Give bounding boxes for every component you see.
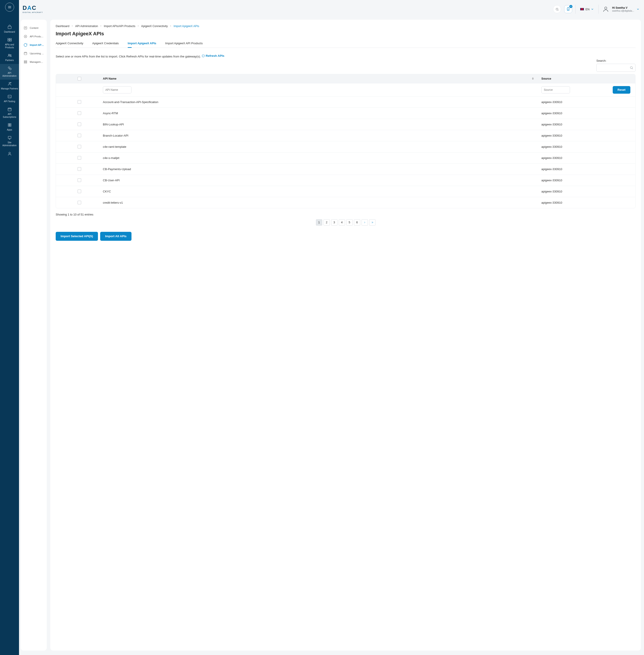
search-icon (630, 66, 633, 70)
nav-dashboard[interactable]: Dashboard (0, 23, 19, 36)
refresh-apis-link[interactable]: Refresh APIs (202, 54, 225, 57)
svg-rect-18 (8, 125, 9, 126)
user-menu[interactable]: Hi Swetha V swetha.v@digitala... (602, 5, 640, 13)
row-checkbox[interactable] (77, 122, 81, 126)
select-all-checkbox[interactable] (77, 77, 81, 80)
row-checkbox[interactable] (77, 201, 81, 204)
page-panel: Dashboard API Administration Import APIs… (50, 20, 641, 651)
row-checkbox[interactable] (77, 145, 81, 148)
secnav-api-products[interactable]: API Products (21, 32, 47, 41)
nav-profile[interactable] (0, 149, 19, 159)
crumb-dashboard[interactable]: Dashboard (56, 25, 69, 28)
filter-api-name-input[interactable] (103, 86, 132, 93)
cell-source: apigeex-330910 (542, 123, 635, 126)
partners-icon (1, 53, 18, 58)
page-1[interactable]: 1 (316, 219, 322, 226)
page-5[interactable]: 5 (346, 219, 353, 226)
svg-point-12 (9, 83, 10, 84)
nav-api-testing[interactable]: API Testing (0, 92, 19, 105)
chevron-right-icon (137, 25, 139, 28)
nav-api-administration[interactable]: API Administration (0, 64, 19, 79)
page-3[interactable]: 3 (331, 219, 338, 226)
nav-manage-partners[interactable]: Manage Partners (0, 79, 19, 92)
api-admin-icon (1, 66, 18, 71)
nav-label: API Testing (1, 100, 18, 103)
table-row: Async-RTMapigeex-330910 (56, 108, 635, 119)
management-icon (23, 60, 27, 64)
cell-api-name: CKYC (103, 190, 542, 193)
row-checkbox[interactable] (77, 100, 81, 104)
row-checkbox[interactable] (77, 134, 81, 137)
nav-partners[interactable]: Partners (0, 51, 19, 64)
cell-api-name: CB-User-API (103, 179, 542, 182)
cell-api-name: c4e-s-mailjet (103, 156, 542, 160)
search-button[interactable] (553, 5, 561, 13)
filter-source-input[interactable] (542, 86, 570, 93)
chevron-right-icon (169, 25, 172, 28)
api-testing-icon (1, 94, 18, 99)
svg-rect-17 (9, 124, 11, 125)
header-source[interactable]: Source (542, 77, 551, 80)
nav-site-administration[interactable]: Site Administration (0, 134, 19, 149)
row-checkbox[interactable] (77, 179, 81, 182)
svg-point-21 (9, 152, 10, 154)
page-title: Import ApigeeX APIs (56, 31, 636, 37)
pagination: 123456 (56, 219, 636, 226)
nav-apps[interactable]: Apps (0, 121, 19, 134)
language-code: EN (585, 7, 590, 11)
cell-api-name: Account-and-Transaction-API-Specificatio… (103, 100, 542, 104)
search-icon (555, 7, 559, 11)
brand-sub: DIGITAL APICRAFT (23, 11, 43, 14)
page-6[interactable]: 6 (354, 219, 360, 226)
cell-source: apigeex-330910 (542, 112, 635, 115)
cell-api-name: Branch-Locator-API (103, 134, 542, 137)
page-next[interactable] (362, 219, 368, 226)
secnav-import-apis[interactable]: Import APIs / ... (21, 41, 47, 49)
tab-apigeex-credentials[interactable]: ApigeeX Credentials (92, 42, 119, 48)
svg-point-37 (630, 66, 632, 68)
table-row: CB-Payments-Uploadapigeex-330910 (56, 163, 635, 174)
crumb-apigeex-conn[interactable]: ApigeeX Connectivity (141, 25, 168, 28)
uk-flag-icon (580, 8, 584, 10)
secnav-label: Upcoming API ... (30, 52, 44, 55)
table-row: credit-letters-v1apigeex-330910 (56, 197, 635, 208)
svg-rect-6 (7, 40, 9, 41)
avatar-icon (602, 5, 610, 13)
reset-button[interactable]: Reset (613, 86, 630, 94)
menu-toggle-button[interactable] (5, 3, 14, 11)
secnav-management[interactable]: Management A... (21, 58, 47, 66)
svg-rect-14 (8, 95, 11, 98)
secnav-upcoming-api[interactable]: Upcoming API ... (21, 49, 47, 58)
nav-label: Apps (1, 128, 18, 131)
svg-point-10 (8, 67, 9, 68)
row-checkbox[interactable] (77, 190, 81, 193)
tab-import-apigeex-apis[interactable]: Import ApigeeX APIs (128, 42, 156, 48)
row-checkbox[interactable] (77, 111, 81, 115)
notifications-button[interactable]: 0 (564, 5, 572, 13)
chevron-right-icon (363, 221, 366, 224)
user-email: swetha.v@digitala... (612, 9, 634, 12)
crumb-api-admin[interactable]: API Administration (75, 25, 98, 28)
row-checkbox[interactable] (77, 156, 81, 160)
nav-api-subscriptions[interactable]: API Subscriptions (0, 105, 19, 121)
nav-apis-products[interactable]: APIs and Products (0, 36, 19, 51)
row-checkbox[interactable] (77, 167, 81, 171)
sort-icon[interactable] (532, 77, 539, 80)
page-2[interactable]: 2 (324, 219, 330, 226)
page-4[interactable]: 4 (339, 219, 345, 226)
header-api-name[interactable]: API Name (103, 77, 116, 80)
table-filter-row: Reset (56, 83, 635, 96)
import-selected-button[interactable]: Import Selected API(S) (56, 232, 98, 241)
divider (598, 5, 599, 14)
language-selector[interactable]: EN (579, 7, 595, 11)
import-all-button[interactable]: Import All APIs (100, 232, 132, 241)
crumb-import-apis[interactable]: Import APIs/API Products (104, 25, 135, 28)
crumb-current: Import ApigeeX APIs (174, 25, 199, 28)
tab-apigeex-connectivity[interactable]: ApigeeX Connectivity (56, 42, 84, 48)
chevron-right-icon (100, 25, 102, 28)
dashboard-icon (1, 25, 18, 29)
secnav-content[interactable]: Content (21, 24, 47, 32)
tab-import-apigeex-api-products[interactable]: Import ApigeeX API Products (165, 42, 203, 48)
page-last[interactable] (369, 219, 375, 226)
svg-rect-19 (9, 125, 11, 126)
